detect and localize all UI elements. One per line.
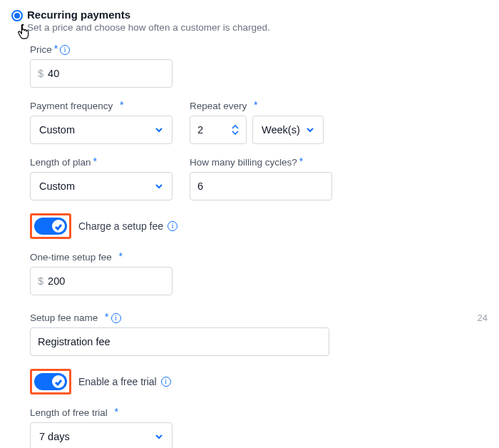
- setup-fee-input[interactable]: $: [30, 267, 173, 295]
- recurring-payments-radio[interactable]: [11, 10, 23, 21]
- required-asterisk: *: [299, 156, 303, 166]
- currency-symbol: $: [38, 68, 43, 79]
- chevron-down-icon: [155, 432, 163, 441]
- highlight-box: [30, 369, 71, 394]
- length-of-plan-value: Custom: [39, 180, 75, 192]
- required-asterisk: *: [119, 251, 123, 261]
- price-input[interactable]: $: [30, 59, 173, 88]
- char-counter: 24: [478, 312, 488, 323]
- trial-length-value: 7 days: [39, 431, 70, 442]
- repeat-unit-select[interactable]: Week(s): [252, 116, 324, 144]
- required-asterisk: *: [93, 156, 97, 166]
- stepper-icon[interactable]: [232, 124, 239, 136]
- required-asterisk: *: [120, 100, 123, 110]
- repeat-count-value: 2: [197, 124, 203, 136]
- info-icon[interactable]: [161, 377, 171, 387]
- trial-length-label: Length of free trial: [30, 407, 108, 418]
- price-field[interactable]: [48, 68, 165, 79]
- required-asterisk: *: [54, 44, 58, 54]
- section-title: Recurring payments: [27, 9, 270, 21]
- setup-fee-label: One-time setup fee: [30, 252, 112, 263]
- payment-frequency-select[interactable]: Custom: [30, 116, 173, 144]
- info-icon[interactable]: [60, 45, 70, 55]
- setup-name-label: Setup fee name: [30, 312, 98, 323]
- setup-name-input[interactable]: [30, 327, 329, 356]
- info-icon[interactable]: [111, 313, 121, 323]
- setup-fee-toggle[interactable]: [34, 218, 67, 235]
- setup-fee-field[interactable]: [48, 275, 165, 287]
- price-label: Price: [30, 44, 52, 55]
- setup-fee-toggle-label: Charge a setup fee: [78, 220, 163, 232]
- setup-name-field[interactable]: [38, 336, 321, 347]
- repeat-unit-value: Week(s): [262, 124, 300, 136]
- check-icon: [54, 222, 63, 233]
- chevron-down-icon: [155, 126, 163, 134]
- billing-cycles-input[interactable]: [190, 172, 332, 200]
- length-of-plan-select[interactable]: Custom: [30, 172, 173, 200]
- required-asterisk: *: [115, 407, 118, 417]
- repeat-count-input[interactable]: 2: [190, 116, 247, 144]
- payment-frequency-label: Payment frequency: [30, 101, 113, 111]
- chevron-down-icon: [155, 182, 163, 190]
- currency-symbol: $: [38, 275, 43, 287]
- required-asterisk: *: [254, 100, 257, 110]
- length-of-plan-label: Length of plan: [30, 157, 91, 168]
- free-trial-toggle[interactable]: [34, 373, 67, 390]
- trial-length-select[interactable]: 7 days: [30, 422, 173, 448]
- free-trial-toggle-label: Enable a free trial: [78, 376, 157, 387]
- required-asterisk: *: [105, 312, 108, 322]
- repeat-every-label: Repeat every: [190, 101, 247, 111]
- chevron-down-icon: [306, 126, 314, 134]
- highlight-box: [30, 213, 71, 239]
- billing-cycles-field[interactable]: [197, 180, 324, 192]
- billing-cycles-label: How many billing cycles?: [190, 157, 297, 168]
- section-subtitle: Set a price and choose how often a custo…: [27, 22, 270, 33]
- info-icon[interactable]: [168, 221, 178, 231]
- payment-frequency-value: Custom: [39, 124, 75, 136]
- check-icon: [54, 377, 63, 389]
